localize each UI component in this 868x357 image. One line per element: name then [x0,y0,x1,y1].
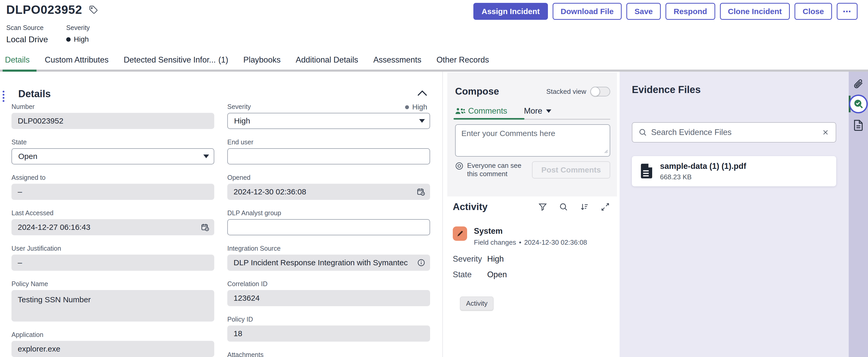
field-correlation-id: Correlation ID 123624 [227,280,430,306]
field-attachments: Attachments [227,351,430,357]
activity-timestamp: 2024-12-30 02:36:08 [524,238,587,247]
evidence-files-rail-icon[interactable] [849,95,868,113]
activity-type: Field changes [474,238,516,247]
people-icon [455,107,466,115]
field-state: State Open [11,138,214,164]
tab-other-records[interactable]: Other Records [436,55,489,65]
assign-incident-button[interactable]: Assign Incident [473,3,548,20]
resize-handle-icon[interactable] [604,149,608,155]
pencil-icon [456,230,464,238]
save-button[interactable]: Save [626,3,661,20]
document-icon[interactable] [854,120,863,132]
attachments-paperclip-icon[interactable] [853,79,864,92]
toggle-knob [590,87,600,96]
close-button[interactable]: Close [795,3,832,20]
middle-column: Compose Stacked view Comments [443,72,620,357]
drag-handle-icon[interactable] [3,91,4,102]
main-content: Details High Number DLP0023952 State [0,72,868,357]
right-icon-rail [849,72,868,357]
details-section-title: Details [18,88,51,100]
change-field: State [453,270,487,279]
action-buttons: Assign Incident Download File Save Respo… [473,3,858,20]
clone-incident-button[interactable]: Clone Incident [720,3,790,20]
field-number: Number DLP0023952 [11,103,214,129]
compose-title: Compose [455,86,499,97]
page-title: DLPO023952 [6,3,82,17]
field-severity: Severity High [227,103,430,129]
scan-source-value: Local Drive [6,35,48,44]
info-icon[interactable] [417,259,425,267]
post-comments-button[interactable]: Post Comments [532,161,610,178]
evidence-files-title: Evidence Files [632,84,701,95]
field-dlp-analyst-group: DLP Analyst group [227,209,430,235]
scan-source-label: Scan Source [6,24,48,32]
evidence-search-box [632,122,836,142]
evidence-search-input[interactable] [651,128,817,137]
dlp-analyst-group-input-box [227,219,430,235]
file-name: sample-data (1) (1).pdf [660,162,746,171]
respond-button[interactable]: Respond [665,3,715,20]
evidence-files-panel: Evidence Files sample-data (1) (1).pdf [620,72,849,357]
application-field: explorer.exe [11,341,214,357]
end-user-input[interactable] [234,149,423,164]
end-user-input-box [227,148,430,164]
clear-search-icon[interactable] [822,128,830,136]
correlation-id-field: 123624 [227,290,430,306]
tab-assessments[interactable]: Assessments [373,55,421,65]
tabbar-separator [0,70,868,72]
evidence-file-card[interactable]: sample-data (1) (1).pdf 668.23 KB [632,156,836,186]
pdf-file-icon [640,163,652,179]
change-field: Severity [453,254,487,264]
chevron-down-icon [419,119,425,123]
field-last-accessed: Last Accessed 2024-12-27 06:16:43 [11,209,214,235]
change-value: High [487,254,614,264]
last-accessed-field: 2024-12-27 06:16:43 [11,219,214,235]
number-field: DLP0023952 [11,113,214,129]
tab-comments[interactable]: Comments [455,106,507,116]
search-icon[interactable] [559,202,568,211]
expand-icon[interactable] [601,202,610,211]
bullet-separator [519,241,521,244]
opened-field: 2024-12-30 02:36:08 [227,184,430,200]
assigned-to-field: – [11,184,214,200]
filter-icon[interactable] [538,202,547,211]
tab-additional-details[interactable]: Additional Details [296,55,359,65]
chevron-down-icon [203,155,209,158]
severity-dot [66,37,71,42]
check-magnifier-icon [852,98,864,110]
field-integration-source: Integration Source DLP Incident Response… [227,245,430,271]
field-end-user: End user [227,138,430,164]
field-application: Application explorer.exe [11,331,214,357]
search-icon [639,128,647,136]
tab-custom-attributes[interactable]: Custom Attributes [45,55,109,65]
comments-input[interactable] [455,124,610,157]
activity-entry: System Field changes 2024-12-30 02:36:08 [453,226,614,247]
severity-value: High [74,35,89,43]
sort-icon[interactable] [580,202,589,211]
calendar-icon [201,223,210,232]
file-size: 668.23 KB [660,173,746,181]
dlp-analyst-group-input[interactable] [234,220,423,235]
state-select[interactable]: Open [11,148,214,164]
field-changes: Severity High State Open [453,254,614,279]
stacked-view-toggle[interactable] [590,87,610,96]
more-actions-button[interactable]: ⋯ [837,3,858,20]
dlp-incident-page: DLPO023952 Assign Incident Download File… [0,0,868,357]
eye-icon [455,162,463,170]
tab-details[interactable]: Details [5,55,30,65]
activity-tag-chip[interactable]: Activity [460,296,493,311]
download-file-button[interactable]: Download File [553,3,622,20]
tab-playbooks[interactable]: Playbooks [244,55,281,65]
tab-detected-sensitive-information[interactable]: Detected Sensitive Infor...(1) [124,55,228,65]
collapse-chevron-icon[interactable] [417,89,428,99]
active-tab-underline [3,70,36,72]
activity-user: System [474,226,587,236]
tag-icon[interactable] [88,4,99,15]
field-policy-id: Policy ID 18 [227,316,430,342]
integration-source-field: DLP Incident Response Integration with S… [227,255,430,271]
severity-select[interactable]: High [227,113,430,129]
tab-more[interactable]: More [524,106,551,116]
system-avatar [453,226,467,241]
tab-bar: Details Custom Attributes Detected Sensi… [0,52,868,72]
field-policy-name: Policy Name Testing SSN Number [11,280,214,322]
